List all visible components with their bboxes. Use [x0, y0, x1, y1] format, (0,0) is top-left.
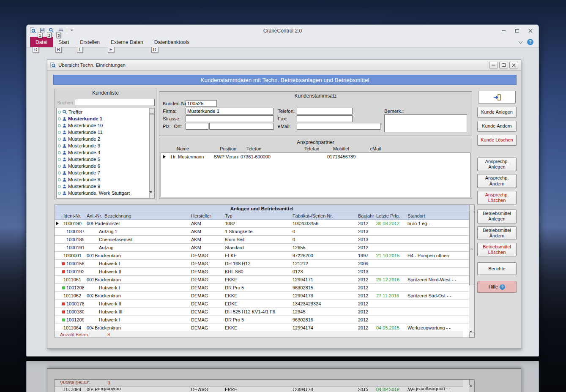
search-row: Suchen: [57, 98, 155, 106]
ansprechp-loeschen-button[interactable]: Ansprechp. Löschen: [477, 191, 517, 204]
list-item[interactable]: Musterkunde 4: [57, 149, 149, 156]
scroll-up-arrow[interactable]: [469, 205, 474, 210]
equipment-row[interactable]: 1000156Hubwerk IDEMAGDH 168 H12121212200…: [55, 260, 469, 268]
list-item[interactable]: Musterkunde 10: [57, 122, 149, 129]
equipment-row[interactable]: 1000178Hubwerk IIDEMAGEDKE13423423324201…: [55, 300, 469, 308]
cell-hersteller: DEMAG: [189, 301, 222, 306]
equipment-row[interactable]: 1001209Hubwerk IDEMAGDR Pro 596302816201…: [55, 316, 469, 324]
column-header-mobiltel: Mobiltel: [325, 146, 361, 152]
contacts-header-row: NamePositionTelefonTelefaxMobilteleMail: [161, 146, 470, 152]
berichte-button[interactable]: Berichte: [477, 262, 517, 275]
save-button[interactable]: 1: [38, 27, 46, 34]
betriebsmittel-aendern-button[interactable]: Betriebsmittel Ändern: [477, 226, 517, 240]
email-input[interactable]: [297, 123, 380, 130]
firma-input[interactable]: [186, 108, 273, 114]
kunden-nr-label: Kunden-Nr.:: [163, 101, 189, 106]
kunde-loeschen-button[interactable]: Kunde Löschen: [477, 135, 517, 146]
equipment-row[interactable]: 1000001001BrückenkranDEMAGELKE9722620019…: [55, 252, 469, 260]
equipment-row[interactable]: 1000180Hubwerk IIIDEMAGDH 525 H12 KV1-4/…: [55, 308, 469, 316]
scroll-down-arrow[interactable]: [469, 332, 474, 338]
search-input[interactable]: [75, 99, 155, 106]
child-close-button[interactable]: [509, 62, 518, 68]
list-item[interactable]: Musterkunde 7: [57, 169, 149, 176]
status-dot-icon: [58, 151, 61, 154]
list-item[interactable]: Musterkunde 8: [57, 176, 149, 183]
maximize-button[interactable]: [514, 28, 520, 33]
telefon-input[interactable]: [297, 108, 353, 114]
scroll-thumb[interactable]: [469, 211, 474, 285]
help-button[interactable]: ?: [527, 39, 533, 45]
list-item[interactable]: Treffer: [57, 109, 149, 115]
tab-datenbanktools[interactable]: DatenbanktoolsO: [149, 37, 195, 47]
column-header-email: eMail: [361, 146, 470, 152]
cell-fabrikat: 12994171: [290, 277, 355, 282]
hilfe-button[interactable]: Hilfe?: [477, 281, 517, 293]
kunde-anlegen-button[interactable]: Kunde Anlegen: [477, 107, 517, 118]
contact-row[interactable]: Hr. MustermannSWP Verantwortl07361-60000…: [161, 153, 470, 160]
child-restore-button[interactable]: [499, 62, 508, 68]
equipment-row[interactable]: 1000187Aufzug 1AKM1 Strangkette02013: [55, 228, 469, 236]
equipment-row[interactable]: 1000190005PadernosterAKM1082100200345620…: [55, 220, 469, 228]
ansprechp-anlegen-button[interactable]: Ansprechp. Anlegen: [477, 158, 517, 171]
equipment-row[interactable]: 1000192Hubwerk IIDEMAGKHL S6001232013: [55, 268, 469, 276]
equipment-row[interactable]: 1000191AufzugAKMStandard126552012: [55, 244, 469, 252]
customer-list-scrollbar[interactable]: [149, 108, 154, 198]
tab-erstellen[interactable]: ErstellenL: [74, 37, 105, 47]
cell-ident-nr: 1011064: [61, 325, 84, 330]
exit-button[interactable]: [478, 91, 516, 103]
ribbon-collapse-caret-icon[interactable]: [519, 39, 523, 44]
restore-icon: [502, 63, 506, 67]
equipment-row[interactable]: 1011061001BrückenkranDEMAGEKKE1299417120…: [55, 276, 469, 284]
kunden-nr-input[interactable]: [186, 100, 217, 107]
equipment-row[interactable]: 1011062002BrückenkranDEMAGEKKE1299417320…: [55, 292, 469, 300]
fax-input[interactable]: [297, 115, 353, 122]
equipment-row[interactable]: 1000189ChemiefaserseilAKM8mm Seil02013: [55, 236, 469, 244]
bemerk-textarea[interactable]: [384, 114, 467, 132]
kunde-aendern-button[interactable]: Kunde Ändern: [477, 121, 517, 132]
column-header-fabrikat-serien-nr: Fabrikat-/Serien Nr.: [290, 213, 355, 218]
equipment-row[interactable]: 1011064004BrückenkranDEMAGEKKE1299417420…: [55, 324, 469, 331]
ort-input[interactable]: [209, 123, 273, 130]
cell-name: Hr. Mustermann: [169, 154, 212, 159]
list-item[interactable]: UFE-GmbH: [57, 196, 149, 198]
column-header-standort: Standort: [405, 213, 469, 218]
minimize-button[interactable]: [500, 28, 506, 33]
cell-bezeichnung: Brückenkran: [93, 277, 189, 282]
page-title: Kundenstammdaten mit Techn. Betriebsanla…: [53, 75, 517, 85]
cell-hersteller: DEMAG: [189, 317, 222, 322]
person-icon: [62, 157, 67, 162]
scroll-thumb[interactable]: [149, 114, 154, 192]
list-item[interactable]: Musterkunde 9: [57, 183, 149, 190]
scroll-down-arrow[interactable]: [149, 193, 154, 198]
print-preview-button[interactable]: 2: [48, 27, 55, 34]
tab-start[interactable]: StartR: [53, 37, 74, 47]
list-item[interactable]: Musterkunde 6: [57, 163, 149, 169]
equipment-row[interactable]: 1001208Hubwerk IDEMAGDR Pro 596302815201…: [55, 284, 469, 292]
list-item[interactable]: Musterkunde 1: [57, 115, 149, 122]
cell-bezeichnung: Hubwerk III: [93, 309, 189, 314]
betriebsmittel-loeschen-button[interactable]: Betriebsmittel Löschen: [477, 243, 517, 256]
list-item[interactable]: Musterkunde 3: [57, 142, 149, 149]
cell-standort: büro 1 eg -: [405, 221, 469, 226]
cell-standort: Spritzerei Nord-West - -: [405, 277, 469, 282]
print-button[interactable]: 3: [57, 27, 64, 34]
equipment-scrollbar[interactable]: [469, 205, 474, 338]
cell-bezeichnung: Aufzug 1: [93, 229, 189, 234]
tab-datei[interactable]: DateiD: [30, 37, 53, 47]
list-item[interactable]: Musterkunde 2: [57, 136, 149, 142]
child-minimize-button[interactable]: [489, 62, 498, 68]
ansprechp-aendern-button[interactable]: Ansprechp. Ändern: [477, 174, 517, 188]
list-item[interactable]: Musterkunde, Werk Stuttgart: [57, 190, 149, 196]
list-item[interactable]: Musterkunde 5: [57, 156, 149, 163]
close-button[interactable]: [528, 28, 533, 33]
tab-externe-daten[interactable]: Externe DatenE: [105, 37, 149, 47]
exit-icon: [493, 94, 501, 101]
betriebsmittel-anlegen-button[interactable]: Betriebsmittel Anlegen: [477, 210, 517, 223]
scroll-up-arrow[interactable]: [149, 108, 154, 114]
plz-input[interactable]: [186, 123, 208, 130]
list-item[interactable]: Musterkunde 11: [57, 129, 149, 136]
strasse-input[interactable]: [186, 115, 273, 122]
equipment-content: Anlagen und Betriebsmittel Ident-Nr.Anl.…: [55, 205, 469, 338]
status-dot-icon: [58, 138, 61, 141]
qat-dropdown-caret-icon[interactable]: [71, 30, 73, 31]
